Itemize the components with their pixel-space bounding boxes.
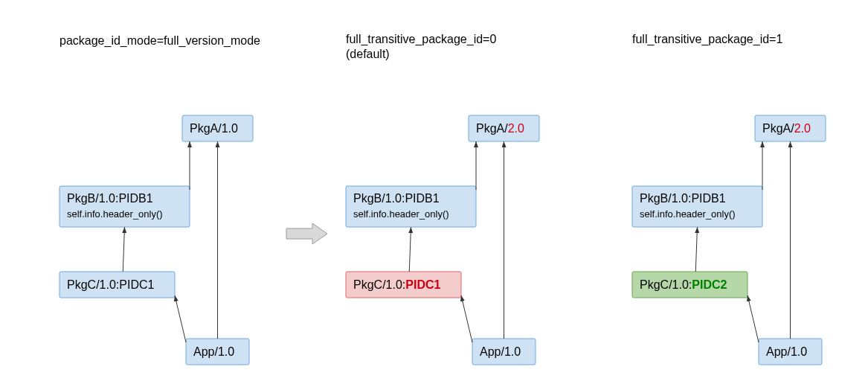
arrow-app-c [175, 295, 186, 342]
pkgC-label: PkgC/1.0:PIDC1 [353, 278, 440, 291]
arrow-c-b [409, 227, 411, 272]
title2b: (default) [346, 48, 390, 60]
title2a: full_transitive_package_id=0 [346, 33, 496, 46]
pkgC-label: PkgC/1.0:PIDC1 [67, 278, 154, 291]
app-label: App/1.0 [766, 345, 807, 358]
pkgB-line1: PkgB/1.0:PIDB1 [67, 192, 153, 205]
pkgB-line2: self.info.header_only() [67, 208, 163, 220]
pkgB-line2: self.info.header_only() [353, 208, 449, 220]
pkgA-label: PkgA/2.0 [762, 122, 811, 135]
arrow-c-b [695, 227, 697, 272]
pkgB-line1: PkgB/1.0:PIDB1 [353, 192, 440, 205]
app-label: App/1.0 [480, 345, 521, 358]
arrow-app-c [461, 295, 472, 342]
transition-arrow [286, 223, 327, 244]
pkgB-line2: self.info.header_only() [640, 208, 736, 220]
pkgC-label: PkgC/1.0:PIDC2 [640, 278, 727, 291]
pkgA-label: PkgA/2.0 [476, 122, 524, 135]
app-label: App/1.0 [193, 345, 234, 358]
pkgA-label: PkgA/1.0 [190, 122, 238, 135]
arrow-c-b [123, 227, 124, 272]
pkgB-line1: PkgB/1.0:PIDB1 [640, 192, 726, 205]
title3: full_transitive_package_id=1 [632, 33, 782, 46]
title1: package_id_mode=full_version_mode [60, 34, 260, 48]
arrow-app-c [748, 295, 759, 342]
